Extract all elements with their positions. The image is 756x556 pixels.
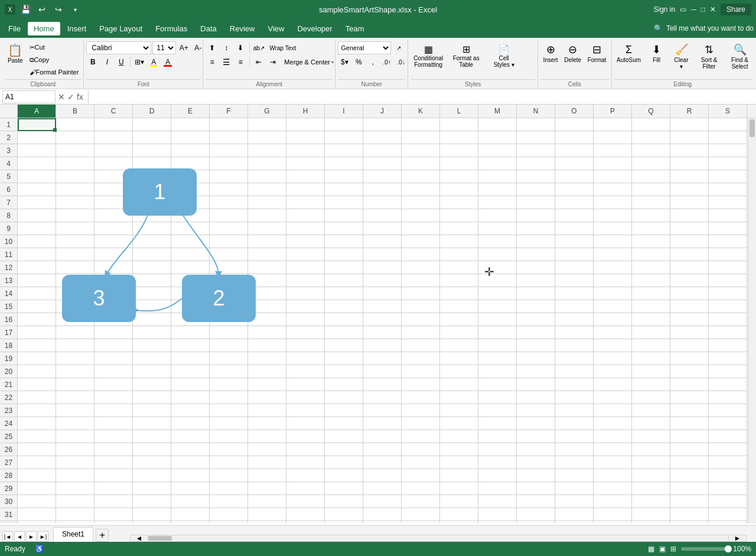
cell-C21[interactable] [94,378,133,391]
cell-F5[interactable] [210,170,248,183]
cell-I31[interactable] [325,508,363,521]
align-left-button[interactable]: ≡ [206,56,219,69]
cell-R16[interactable] [670,313,709,326]
cell-Q11[interactable] [632,248,670,261]
cell-Q32[interactable] [632,521,670,524]
row-header-28[interactable]: 28 [0,469,18,482]
cell-F22[interactable] [210,391,248,404]
cell-B9[interactable] [56,222,94,235]
cell-O16[interactable] [555,313,594,326]
cell-O3[interactable] [555,144,594,157]
cell-M13[interactable] [478,274,517,287]
cell-O18[interactable] [555,339,594,352]
cell-G17[interactable] [248,326,286,339]
cell-Q13[interactable] [632,274,670,287]
cell-A7[interactable] [18,196,56,209]
cell-A9[interactable] [18,222,56,235]
cell-K15[interactable] [402,300,440,313]
cell-C10[interactable] [94,235,133,248]
cell-M11[interactable] [478,248,517,261]
cell-B29[interactable] [56,482,94,495]
tell-me-label[interactable]: Tell me what you want to do [666,24,754,32]
cell-reference-box[interactable] [2,90,56,103]
cell-Q31[interactable] [632,508,670,521]
cell-P16[interactable] [594,313,632,326]
cell-F1[interactable] [210,118,248,131]
cell-F8[interactable] [210,209,248,222]
cell-P9[interactable] [594,222,632,235]
cell-L28[interactable] [440,469,478,482]
cell-D20[interactable] [133,365,171,378]
cell-D13[interactable] [133,274,171,287]
cell-E19[interactable] [171,352,210,365]
cell-H13[interactable] [286,274,325,287]
cell-G3[interactable] [248,144,286,157]
row-header-31[interactable]: 31 [0,508,18,521]
cell-K28[interactable] [402,469,440,482]
align-center-button[interactable]: ☰ [220,56,233,69]
cell-G31[interactable] [248,508,286,521]
cell-H32[interactable] [286,521,325,524]
close-button[interactable]: ✕ [710,5,716,14]
cell-P30[interactable] [594,495,632,508]
cell-Q28[interactable] [632,469,670,482]
cell-E29[interactable] [171,482,210,495]
cell-O11[interactable] [555,248,594,261]
cell-E18[interactable] [171,339,210,352]
col-header-P[interactable]: P [594,105,632,118]
cell-M30[interactable] [478,495,517,508]
cell-I20[interactable] [325,365,363,378]
format-button[interactable]: ⊟ Format [585,42,608,77]
cell-M7[interactable] [478,196,517,209]
cell-I21[interactable] [325,378,363,391]
menu-insert[interactable]: Insert [61,22,93,35]
cell-R13[interactable] [670,274,709,287]
cell-G21[interactable] [248,378,286,391]
cell-J31[interactable] [363,508,402,521]
cell-F10[interactable] [210,235,248,248]
cell-H17[interactable] [286,326,325,339]
cell-O7[interactable] [555,196,594,209]
format-as-table-button[interactable]: ⊞ Format asTable [448,42,484,77]
cell-I7[interactable] [325,196,363,209]
cell-Q23[interactable] [632,404,670,417]
cell-S15[interactable] [709,300,747,313]
cell-L15[interactable] [440,300,478,313]
cell-Q2[interactable] [632,131,670,144]
cell-C18[interactable] [94,339,133,352]
cell-I19[interactable] [325,352,363,365]
cell-J17[interactable] [363,326,402,339]
cell-H1[interactable] [286,118,325,131]
cell-K30[interactable] [402,495,440,508]
cell-P13[interactable] [594,274,632,287]
cell-M27[interactable] [478,456,517,469]
cell-D14[interactable] [133,287,171,300]
cell-G20[interactable] [248,365,286,378]
cell-D2[interactable] [133,131,171,144]
cell-N22[interactable] [517,391,555,404]
format-painter-button[interactable]: 🖌 Format Painter [27,66,82,78]
cell-D9[interactable] [133,222,171,235]
autosum-button[interactable]: Σ AutoSum [614,42,644,77]
cell-P19[interactable] [594,352,632,365]
cell-D19[interactable] [133,352,171,365]
number-format-select[interactable]: General [338,41,391,54]
cell-M8[interactable] [478,209,517,222]
cell-G10[interactable] [248,235,286,248]
row-header-18[interactable]: 18 [0,339,18,352]
redo-button[interactable]: ↪ [52,3,65,16]
cell-M17[interactable] [478,326,517,339]
cell-S32[interactable] [709,521,747,524]
row-header-10[interactable]: 10 [0,235,18,248]
cell-L7[interactable] [440,196,478,209]
cell-K1[interactable] [402,118,440,131]
conditional-formatting-button[interactable]: ▦ ConditionalFormatting [410,42,446,77]
cell-N18[interactable] [517,339,555,352]
row-header-30[interactable]: 30 [0,495,18,508]
autofill-handle[interactable] [53,128,57,132]
cell-R12[interactable] [670,261,709,274]
cell-K32[interactable] [402,521,440,524]
cell-P29[interactable] [594,482,632,495]
italic-button[interactable]: I [100,56,113,69]
cell-S17[interactable] [709,326,747,339]
